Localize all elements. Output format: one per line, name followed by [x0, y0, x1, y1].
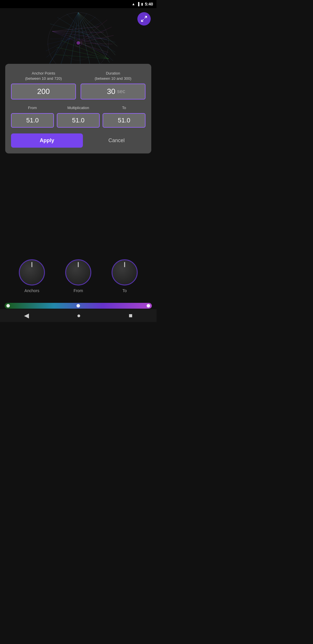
cancel-button[interactable]: Cancel	[88, 133, 145, 148]
duration-input-wrapper[interactable]: sec	[81, 84, 145, 100]
wifi-icon: ▲	[132, 2, 135, 6]
to-col: To	[103, 105, 145, 127]
anchor-points-label: Anchor Points (between 10 and 720)	[25, 71, 62, 81]
duration-input[interactable]	[101, 87, 115, 96]
from-input[interactable]	[11, 113, 54, 128]
svg-line-6	[78, 12, 101, 68]
from-knob-label: From	[74, 288, 83, 293]
expand-icon	[141, 15, 148, 22]
svg-line-35	[145, 16, 147, 18]
gradient-dot-center	[77, 304, 80, 307]
anchor-points-input[interactable]	[11, 84, 76, 100]
svg-line-16	[52, 31, 107, 39]
multiplication-input[interactable]	[57, 113, 100, 128]
back-button[interactable]: ◀	[18, 310, 35, 321]
sec-label: sec	[117, 88, 125, 95]
battery-icon: ▮	[141, 2, 143, 6]
svg-point-33	[77, 41, 80, 45]
top-fields-row: Anchor Points (between 10 and 720) Durat…	[11, 71, 145, 100]
status-time: 5:40	[145, 2, 153, 6]
svg-line-18	[52, 27, 99, 31]
signal-icon: ▐	[137, 2, 139, 6]
apply-button[interactable]: Apply	[11, 133, 83, 148]
gradient-bar[interactable]	[5, 303, 152, 309]
home-button[interactable]: ●	[71, 310, 86, 321]
to-knob[interactable]	[112, 259, 138, 285]
svg-line-25	[57, 17, 115, 52]
svg-line-13	[69, 35, 109, 59]
svg-line-10	[55, 55, 109, 59]
svg-line-2	[59, 12, 78, 71]
multiplication-label: Multiplication	[67, 105, 89, 111]
multiplication-col: Multiplication	[57, 105, 100, 127]
svg-line-15	[52, 31, 109, 47]
svg-line-21	[46, 23, 101, 51]
to-input[interactable]	[103, 113, 145, 128]
anchor-points-col: Anchor Points (between 10 and 720)	[11, 71, 76, 100]
anchors-knob-label: Anchors	[24, 288, 39, 293]
to-knob-label: To	[123, 288, 127, 293]
knobs-area: Anchors From To	[0, 259, 156, 293]
svg-line-27	[78, 20, 107, 43]
settings-modal: Anchor Points (between 10 and 720) Durat…	[5, 64, 151, 153]
svg-line-36	[141, 19, 143, 21]
gradient-dot-right	[147, 304, 150, 307]
to-knob-group: To	[112, 259, 138, 293]
svg-line-31	[78, 43, 108, 53]
to-label: To	[122, 105, 126, 111]
middle-fields-row: From Multiplication To	[11, 105, 145, 127]
duration-col: Duration (between 10 and 300) sec	[81, 71, 145, 100]
button-row: Apply Cancel	[11, 133, 145, 148]
duration-label: Duration (between 10 and 300)	[95, 71, 131, 81]
status-bar: ▲ ▐ ▮ 5:40	[0, 0, 156, 8]
recent-button[interactable]: ■	[123, 310, 138, 321]
from-knob[interactable]	[65, 259, 91, 285]
svg-line-1	[48, 12, 78, 67]
from-knob-group: From	[65, 259, 91, 293]
svg-line-20	[46, 17, 96, 57]
svg-line-11	[57, 47, 109, 59]
svg-line-19	[49, 13, 87, 63]
bottom-nav: ◀ ● ■	[0, 309, 156, 322]
from-col: From	[11, 105, 54, 127]
expand-button[interactable]	[137, 12, 151, 26]
svg-line-23	[50, 39, 108, 39]
from-label: From	[28, 105, 37, 111]
anchors-knob-group: Anchors	[19, 259, 45, 293]
gradient-dot-left	[6, 304, 10, 307]
anchors-knob[interactable]	[19, 259, 45, 285]
